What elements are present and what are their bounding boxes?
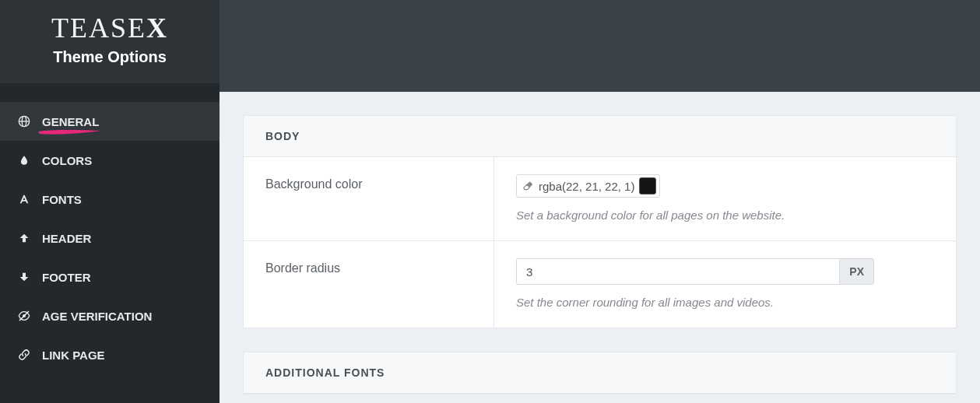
sidebar: TEASEX Theme Options GENERAL COLORS — [0, 0, 220, 403]
bg-color-input[interactable]: rgba(22, 21, 22, 1) — [516, 174, 660, 198]
panel-body: BODY Background color rgba(22, 21, 22, 1… — [243, 115, 957, 328]
brand-logo: TEASEX — [0, 14, 220, 48]
border-radius-unit: PX — [839, 258, 874, 285]
sidebar-item-label: FOOTER — [42, 271, 91, 284]
arrow-up-icon — [17, 231, 31, 245]
link-icon — [17, 348, 31, 362]
sidebar-item-colors[interactable]: COLORS — [0, 141, 220, 180]
bg-color-help: Set a background color for all pages on … — [516, 209, 934, 222]
eraser-icon[interactable] — [522, 180, 534, 191]
panel-body-title: BODY — [244, 116, 956, 157]
panel-additional-fonts: ADDITIONAL FONTS — [243, 352, 957, 394]
sidebar-item-label: HEADER — [42, 232, 91, 245]
panel-additional-fonts-title: ADDITIONAL FONTS — [244, 352, 956, 394]
brand-logo-x: X — [146, 12, 168, 44]
bg-color-swatch[interactable] — [639, 177, 656, 194]
sidebar-item-label: FONTS — [42, 193, 82, 206]
active-underline — [37, 128, 101, 136]
sidebar-header: TEASEX Theme Options — [0, 0, 220, 83]
bg-color-label: Background color — [244, 157, 494, 240]
border-radius-help: Set the corner rounding for all images a… — [516, 296, 934, 309]
brand-logo-main: TEASE — [51, 12, 146, 44]
row-background-color: Background color rgba(22, 21, 22, 1) Set… — [244, 157, 956, 241]
sidebar-item-age-verification[interactable]: AGE VERIFICATION — [0, 296, 220, 335]
sidebar-item-label: LINK PAGE — [42, 349, 105, 362]
globe-icon — [17, 114, 31, 128]
sidebar-item-general[interactable]: GENERAL — [0, 102, 220, 141]
droplet-icon — [17, 153, 31, 167]
sidebar-item-footer[interactable]: FOOTER — [0, 258, 220, 296]
sidebar-item-label: GENERAL — [42, 115, 99, 128]
page-subtitle: Theme Options — [0, 48, 220, 66]
eye-slash-icon — [17, 309, 31, 323]
border-radius-input[interactable] — [516, 258, 839, 285]
sidebar-item-link-page[interactable]: LINK PAGE — [0, 335, 220, 374]
sidebar-item-label: AGE VERIFICATION — [42, 310, 152, 323]
border-radius-input-group: PX — [516, 258, 874, 285]
row-border-radius: Border radius PX Set the corner rounding… — [244, 241, 956, 328]
arrow-down-icon — [17, 270, 31, 284]
bg-color-value: rgba(22, 21, 22, 1) — [539, 180, 634, 193]
sidebar-item-label: COLORS — [42, 154, 92, 167]
sidebar-item-fonts[interactable]: FONTS — [0, 180, 220, 219]
font-icon — [17, 192, 31, 206]
sidebar-item-header[interactable]: HEADER — [0, 219, 220, 258]
topbar — [220, 0, 980, 92]
border-radius-label: Border radius — [244, 241, 494, 328]
sidebar-nav: GENERAL COLORS FONTS — [0, 83, 220, 374]
